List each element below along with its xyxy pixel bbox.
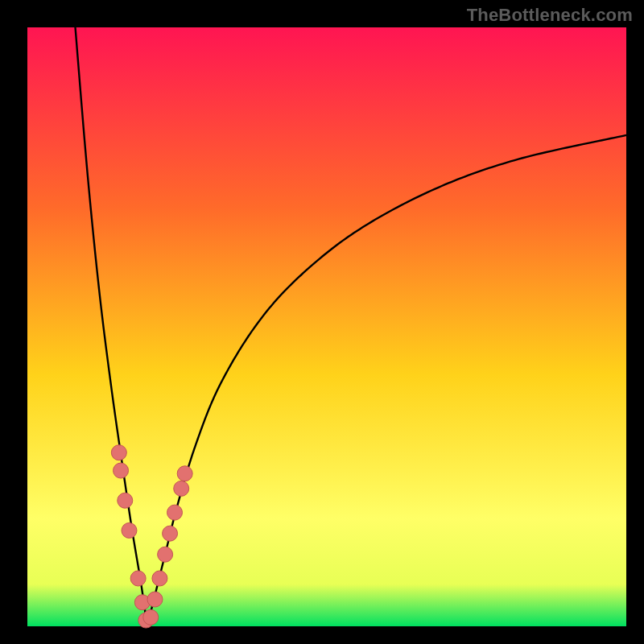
data-marker (163, 526, 178, 541)
data-marker (130, 571, 146, 586)
watermark-text: TheBottleneck.com (467, 5, 633, 26)
data-marker (167, 505, 183, 520)
data-marker (118, 493, 133, 508)
data-marker (122, 522, 137, 538)
data-marker (111, 445, 126, 460)
data-marker (174, 481, 189, 496)
data-marker (177, 466, 192, 481)
data-marker (152, 571, 167, 586)
chart-frame: TheBottleneck.com (0, 0, 644, 644)
data-marker (143, 609, 159, 625)
bottleneck-chart (0, 0, 644, 644)
data-marker (114, 463, 129, 478)
data-marker (147, 592, 163, 607)
plot-area (27, 27, 626, 626)
data-marker (158, 547, 173, 562)
